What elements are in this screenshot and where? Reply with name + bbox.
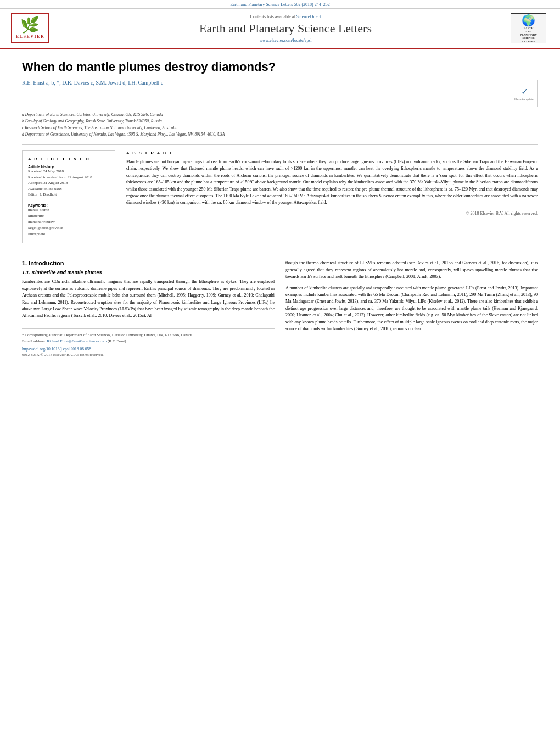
tree-icon: 🌿	[20, 18, 40, 33]
abstract-heading: A B S T R A C T	[126, 150, 538, 155]
intro-subsection-title: 1.1. Kimberlite and mantle plumes	[22, 270, 275, 275]
email-label: E-mail address:	[22, 339, 46, 343]
editor: Editor: J. Brodholt	[28, 192, 109, 198]
keyword-4: large igneous province	[28, 225, 109, 231]
keywords-section: Keywords: mantle plume kimberlite diamon…	[28, 203, 109, 238]
logo-text: EARTHANDPLANETARYSCIENCELETTERS	[520, 27, 537, 43]
intro-right-para-2: A number of kimberlite clusters are spat…	[285, 285, 538, 333]
copyright-notice: © 2018 Elsevier B.V. All rights reserved…	[126, 211, 538, 216]
article-info-box: A R T I C L E I N F O Article history: R…	[22, 150, 115, 243]
affiliation-c: c Research School of Earth Sciences, The…	[22, 125, 538, 131]
journal-logo-right: 🌍 EARTHANDPLANETARYSCIENCELETTERS	[511, 13, 549, 43]
keyword-1: mantle plume	[28, 207, 109, 213]
check-updates-icon: ✓	[521, 86, 528, 97]
author-names: R.E. Ernst a, b, *, D.R. Davies c, S.M. …	[22, 80, 163, 86]
email-note: E-mail address: Richard.Ernst@ErnstGeosc…	[22, 338, 275, 344]
revised-date: Received in revised form 22 August 2018	[28, 175, 109, 181]
body-right-column: though the thermo-chemical structure of …	[285, 254, 538, 357]
intro-section-title: 1. Introduction	[22, 260, 275, 266]
authors-row: R.E. Ernst a, b, *, D.R. Davies c, S.M. …	[22, 80, 538, 107]
accepted-date: Accepted 31 August 2018	[28, 180, 109, 186]
keyword-5: lithosphere	[28, 231, 109, 237]
issn-copyright: 0012-821X/© 2018 Elsevier B.V. All right…	[22, 353, 275, 357]
corresponding-author-note: * Corresponding author at: Department of…	[22, 332, 275, 338]
keywords-label: Keywords:	[28, 203, 109, 207]
info-abstract-row: A R T I C L E I N F O Article history: R…	[22, 150, 538, 243]
keyword-2: kimberlite	[28, 213, 109, 219]
received-date: Received 24 May 2018	[28, 169, 109, 175]
author-list: R.E. Ernst a, b, *, D.R. Davies c, S.M. …	[22, 80, 505, 86]
intro-right-para-1: though the thermo-chemical structure of …	[285, 260, 538, 280]
journal-logo-box: 🌍 EARTHANDPLANETARYSCIENCELETTERS	[511, 13, 546, 43]
divider-top	[22, 144, 538, 145]
email-address[interactable]: Richard.Ernst@ErnstGeosciences.com	[47, 339, 107, 343]
affiliation-d: d Department of Geoscience, University o…	[22, 131, 538, 138]
journal-url[interactable]: www.elsevier.com/locate/epsl	[60, 38, 511, 43]
history-label: Article history:	[28, 165, 109, 169]
abstract-section: A B S T R A C T Mantle plumes are hot bu…	[126, 150, 538, 243]
check-updates-badge: ✓ Check for updates	[511, 80, 538, 107]
elsevier-logo: 🌿 ELSEVIER	[11, 13, 60, 43]
sciencedirect-link[interactable]: ScienceDirect	[296, 14, 321, 19]
journal-header-center: Contents lists available at ScienceDirec…	[60, 14, 511, 43]
abstract-text: Mantle plumes are hot buoyant upwellings…	[126, 159, 538, 207]
journal-title: Earth and Planetary Science Letters	[60, 21, 511, 36]
contents-line: Contents lists available at ScienceDirec…	[60, 14, 511, 19]
earth-icon: 🌍	[522, 14, 535, 27]
email-suffix: (R.E. Ernst).	[108, 339, 127, 343]
footnote-area: * Corresponding author at: Department of…	[22, 328, 275, 357]
top-banner: Earth and Planetary Science Letters 502 …	[0, 0, 560, 9]
body-left-column: 1. Introduction 1.1. Kimberlite and mant…	[22, 254, 275, 357]
article-info-heading: A R T I C L E I N F O	[28, 157, 109, 161]
elsevier-label: ELSEVIER	[16, 34, 44, 39]
affiliation-b: b Faculty of Geology and Geography, Toms…	[22, 118, 538, 125]
journal-header: 🌿 ELSEVIER Contents lists available at S…	[0, 9, 560, 49]
keyword-3: diamond window	[28, 219, 109, 225]
journal-citation: Earth and Planetary Science Letters 502 …	[230, 2, 330, 7]
body-section: 1. Introduction 1.1. Kimberlite and mant…	[22, 254, 538, 357]
intro-left-para-1: Kimberlites are CO₂ rich, alkaline ultra…	[22, 278, 275, 319]
available-date: Available online xxxx	[28, 186, 109, 192]
doi-link[interactable]: https://doi.org/10.1016/j.epsl.2018.08.0…	[22, 347, 275, 352]
affiliations: a Department of Earth Sciences, Carleton…	[22, 111, 538, 138]
main-content: When do mantle plumes destroy diamonds? …	[0, 49, 560, 368]
check-updates-label: Check for updates	[514, 98, 534, 101]
affiliation-a: a Department of Earth Sciences, Carleton…	[22, 111, 538, 118]
article-title: When do mantle plumes destroy diamonds?	[22, 60, 538, 74]
